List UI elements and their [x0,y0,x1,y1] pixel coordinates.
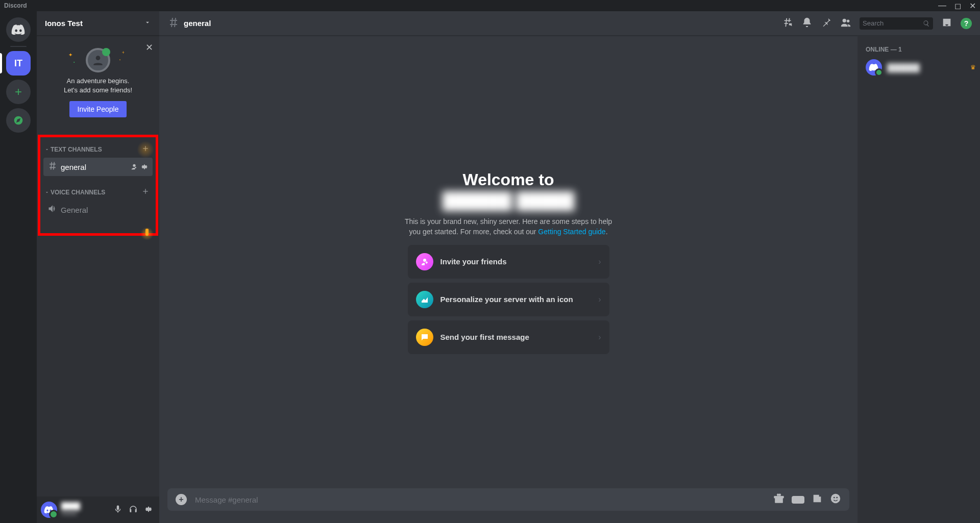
hash-icon [47,161,58,173]
personalize-icon [416,291,433,308]
user-panel: ████ #0000 [37,496,159,523]
search-placeholder: Search [863,19,923,27]
inbox-icon [941,17,952,28]
member-name: ██████ [887,63,965,72]
welcome-card-personalize[interactable]: Personalize your server with an icon › [408,283,609,316]
hash-icon [167,16,180,31]
self-tag: #0000 [61,510,107,517]
category-label: Voice Channels [51,189,105,196]
add-server-button[interactable]: + [6,80,31,104]
invite-illustration: ✦ • + • [49,48,147,72]
card-label: Send your first message [440,333,592,341]
hint-glow-icon [140,227,154,240]
sticker-icon [812,493,823,504]
voice-channels-category[interactable]: Voice Channels [43,183,153,200]
self-username: ████ [61,503,107,510]
chevron-down-icon [44,147,50,152]
channel-header: general Search ? [159,11,980,36]
discord-logo-icon [44,506,54,513]
getting-started-link[interactable]: Getting Started guide [538,228,605,236]
welcome-card-invite[interactable]: Invite your friends › [408,245,609,279]
member-avatar [866,59,882,76]
avatar-placeholder-icon [86,48,110,72]
owner-crown-icon: ♛ [970,64,976,71]
window-close-icon[interactable]: ✕ [969,1,976,11]
invite-text-line1: An adventure begins. [49,77,147,86]
invite-people-button[interactable]: Invite People [69,101,127,117]
gift-icon [773,493,785,504]
create-channel-button[interactable] [140,186,151,198]
home-button[interactable] [6,17,31,42]
chevron-right-icon: › [598,333,601,342]
server-ionos-test[interactable]: IT [6,51,31,76]
invite-people-card: ✕ ✦ • + • An adventure begins. Let's add… [41,40,155,126]
inbox-button[interactable] [941,17,952,30]
sticker-button[interactable] [812,493,823,506]
pin-icon [821,17,832,28]
emoji-button[interactable] [830,493,841,506]
window-minimize-icon[interactable]: — [938,1,946,11]
self-avatar[interactable] [41,502,57,518]
gear-icon [144,505,153,514]
members-icon [840,17,851,28]
members-list: ONLINE — 1 ██████ ♛ [857,36,980,523]
self-info[interactable]: ████ #0000 [61,503,107,517]
help-button[interactable]: ? [961,18,972,29]
user-settings-button[interactable] [142,503,155,517]
pinned-button[interactable] [821,17,832,30]
members-toggle-button[interactable] [840,17,851,30]
discord-logo-icon [11,24,26,35]
titlebar: Discord — ◻ ✕ [0,0,980,11]
annotation-highlight-box: Text Channels general [38,135,158,236]
app-title: Discord [4,2,27,9]
text-channels-category[interactable]: Text Channels [43,140,153,157]
speaker-icon [47,204,58,216]
gif-button[interactable]: GIF [792,496,804,504]
headphones-icon [129,505,138,514]
attach-button[interactable]: + [176,494,187,505]
svg-point-1 [831,494,840,503]
channel-sidebar: Ionos Test ✕ ✦ • + • [37,11,159,523]
invite-text-line2: Let's add some friends! [49,86,147,95]
server-header[interactable]: Ionos Test [37,11,159,36]
search-input[interactable]: Search [860,17,933,30]
active-pill [0,53,2,73]
svg-point-3 [836,497,838,499]
welcome-card-message[interactable]: Send your first message › [408,320,609,354]
welcome-subtitle: This is your brand new, shiny server. He… [401,216,616,237]
gear-icon[interactable] [140,163,149,171]
bell-icon [801,17,813,28]
deafen-button[interactable] [127,503,140,517]
mute-button[interactable] [111,503,125,517]
explore-servers-button[interactable] [6,108,31,133]
chat-area: general Search ? Welcome to ██████ █████ [159,11,980,523]
threads-button[interactable] [782,17,793,30]
channel-title: general [184,19,778,28]
message-input[interactable]: + Message #general GIF [167,488,849,511]
channel-label: General [61,206,149,214]
member-item[interactable]: ██████ ♛ [866,58,976,77]
create-invite-icon[interactable] [130,163,138,171]
welcome-screen: Welcome to ██████ █████ This is your bra… [159,36,857,488]
category-label: Text Channels [51,146,102,153]
input-placeholder: Message #general [195,495,765,504]
discord-logo-icon [869,64,879,71]
window-maximize-icon[interactable]: ◻ [954,1,961,11]
threads-icon [782,17,793,28]
channel-general-text[interactable]: general [43,158,153,176]
members-online-header: ONLINE — 1 [866,46,976,53]
plus-icon [141,187,150,195]
chevron-down-icon [144,19,151,28]
gift-button[interactable] [773,493,785,506]
notifications-button[interactable] [801,17,813,30]
channel-general-voice[interactable]: General [43,201,153,219]
chevron-right-icon: › [598,257,601,266]
invite-friends-icon [416,253,433,270]
server-name-label: Ionos Test [45,19,83,28]
card-label: Invite your friends [440,257,592,266]
chevron-down-icon [44,190,50,195]
server-list: IT + [0,11,37,523]
create-channel-button[interactable] [140,143,151,156]
close-icon[interactable]: ✕ [145,42,153,53]
compass-icon [13,115,23,126]
